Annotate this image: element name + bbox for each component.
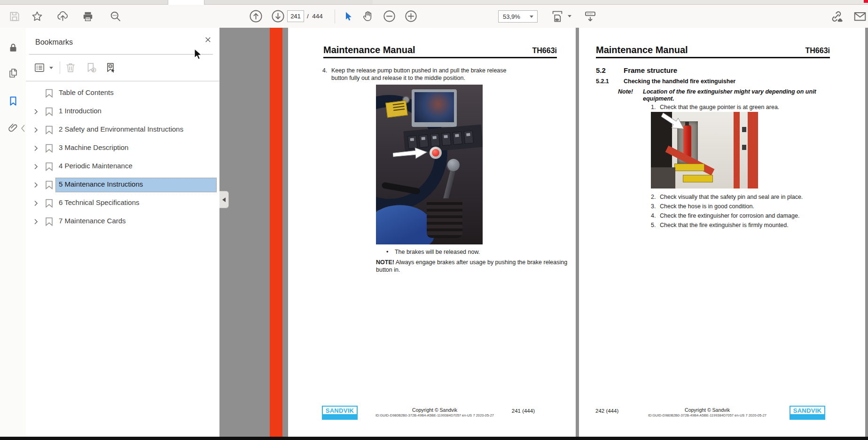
fit-options-dropdown[interactable] [566, 5, 573, 28]
trash-icon [64, 62, 77, 74]
hand-icon [362, 10, 375, 23]
chevron-right-icon[interactable] [33, 200, 39, 206]
email-button[interactable] [852, 5, 868, 28]
bookmarks-panel: Bookmarks Table of Contents [26, 28, 220, 437]
bookmark-add-icon [85, 62, 97, 74]
pointer-arrow [660, 112, 685, 133]
bookmark-glyph-icon [45, 199, 53, 208]
next-page-button[interactable] [270, 5, 285, 28]
favorite-button[interactable] [29, 5, 45, 28]
bookmark-item-maintenance-cards[interactable]: 7 Maintenance Cards [26, 212, 219, 231]
control-panel-photo [376, 85, 483, 244]
close-panel-button[interactable] [203, 34, 213, 45]
bookmarks-pane-button[interactable] [7, 95, 19, 107]
delete-bookmark-button[interactable] [63, 61, 78, 75]
step-text: Check the fire extinguisher for corrosio… [660, 212, 838, 220]
document-tab-strip[interactable] [0, 0, 868, 5]
rail-panel-notch [21, 124, 25, 133]
zoom-level-select[interactable]: 53,9% [498, 10, 538, 23]
sandvik-logo: SANDVIK [790, 406, 825, 420]
envelope-icon [853, 9, 867, 24]
pdf-page-right[interactable]: Maintenance Manual TH663i 5.2 Frame stru… [579, 28, 865, 437]
yellow-step [683, 175, 713, 182]
bookmark-item-maintenance-instructions[interactable]: 5 Maintenance Instructions [26, 176, 219, 194]
bookmark-item-safety[interactable]: 2 Safety and Environmental Instructions [26, 121, 219, 139]
bookmark-glyph-icon [45, 89, 53, 98]
tab-segment[interactable] [241, 0, 277, 4]
bookmark-item-machine-description[interactable]: 3 Machine Description [26, 139, 219, 157]
note-paragraph: NOTE! Always engage brakes after usage b… [376, 259, 573, 274]
bookmark-glyph-icon [45, 126, 53, 134]
step-number: 3. [651, 203, 656, 211]
page-edge-stripe [270, 28, 282, 437]
step-text: Check visually that the safety pin and s… [660, 194, 838, 201]
floor-shadow [651, 167, 675, 189]
chevron-right-icon[interactable] [33, 219, 39, 225]
hide-toolbar-button[interactable] [581, 5, 600, 28]
share-upload-button[interactable] [55, 5, 70, 28]
step-text: Keep the release pump button pushed in a… [331, 67, 519, 82]
bookmark-item-introduction[interactable]: 1 Introduction [26, 102, 219, 121]
window-close-corner[interactable] [864, 0, 868, 3]
add-bookmark-button[interactable] [84, 61, 98, 75]
step-text: Check that the gauge pointer is at green… [660, 104, 829, 111]
print-button[interactable] [80, 5, 96, 28]
fit-width-button[interactable] [549, 5, 566, 28]
navigation-rail [0, 28, 26, 437]
page-thumbnails-button[interactable] [7, 67, 19, 79]
zoom-in-button[interactable] [403, 5, 418, 28]
security-pane-button[interactable] [7, 42, 19, 54]
note-label: NOTE! [376, 259, 394, 266]
subsection-number: 5.2.1 [596, 78, 609, 85]
save-button[interactable] [7, 5, 23, 28]
bookmark-glyph-icon [45, 144, 53, 153]
step-text: Check the hose is in good condition. [660, 203, 838, 211]
chevron-right-icon[interactable] [33, 182, 39, 188]
bookmark-glyph-icon [45, 217, 53, 226]
previous-page-button[interactable] [248, 5, 263, 28]
hand-tool-button[interactable] [360, 5, 376, 28]
panel-title: Bookmarks [35, 38, 73, 47]
pdf-page-left[interactable]: Maintenance Manual TH663i 4. Keep the re… [288, 28, 576, 437]
tab-segment[interactable] [0, 0, 168, 4]
collapse-panel-handle[interactable] [219, 191, 229, 208]
active-document-tab[interactable] [168, 0, 204, 5]
search-button[interactable] [107, 5, 123, 28]
fire-extinguisher-photo [651, 112, 758, 189]
close-icon [204, 36, 211, 43]
header-rule [596, 57, 830, 58]
chevron-right-icon[interactable] [33, 127, 39, 133]
find-current-bookmark-button[interactable] [104, 61, 118, 75]
bookmark-glyph-icon [45, 107, 53, 116]
main-toolbar: / 444 53,9% [0, 5, 868, 28]
tab-segment[interactable] [203, 0, 241, 4]
document-view-area[interactable]: Maintenance Manual TH663i 4. Keep the re… [219, 28, 868, 437]
options-dropdown[interactable] [47, 61, 55, 75]
share-link-button[interactable] [827, 5, 846, 28]
chevron-right-icon[interactable] [33, 109, 39, 115]
options-list-icon [33, 62, 46, 74]
zoom-out-button[interactable] [382, 5, 397, 28]
bookmark-item-table-of-contents[interactable]: Table of Contents [26, 84, 219, 102]
note-text: Always engage brakes after usage by push… [376, 259, 567, 273]
header-rule [323, 57, 557, 58]
toolbar-divider [60, 62, 60, 74]
pdf-viewer-window: / 444 53,9% [0, 0, 868, 440]
page-header-title: Maintenance Manual [323, 45, 415, 55]
select-tool-button[interactable] [341, 5, 355, 28]
tab-segment[interactable] [276, 0, 373, 4]
footer-copyright: Copyright © Sandvik ID:GUID-D980B2B0-372… [623, 407, 792, 417]
bookmark-locate-icon [105, 62, 117, 74]
warning-sticker [385, 100, 408, 118]
chevron-right-icon[interactable] [33, 164, 39, 170]
tab-segment[interactable] [373, 0, 868, 4]
chevron-right-icon[interactable] [33, 145, 39, 151]
paperclip-icon [8, 122, 19, 134]
page-number-input[interactable] [287, 10, 304, 22]
step-text: Check that the fire extinguisher is firm… [660, 222, 838, 229]
bookmark-item-technical-specifications[interactable]: 6 Technical Specifications [26, 194, 219, 212]
attachments-pane-button[interactable] [7, 122, 19, 134]
bookmark-options-button[interactable] [32, 61, 47, 75]
bookmark-item-periodic-maintenance[interactable]: 4 Periodic Maintenance [26, 157, 219, 176]
hinge [742, 145, 746, 150]
